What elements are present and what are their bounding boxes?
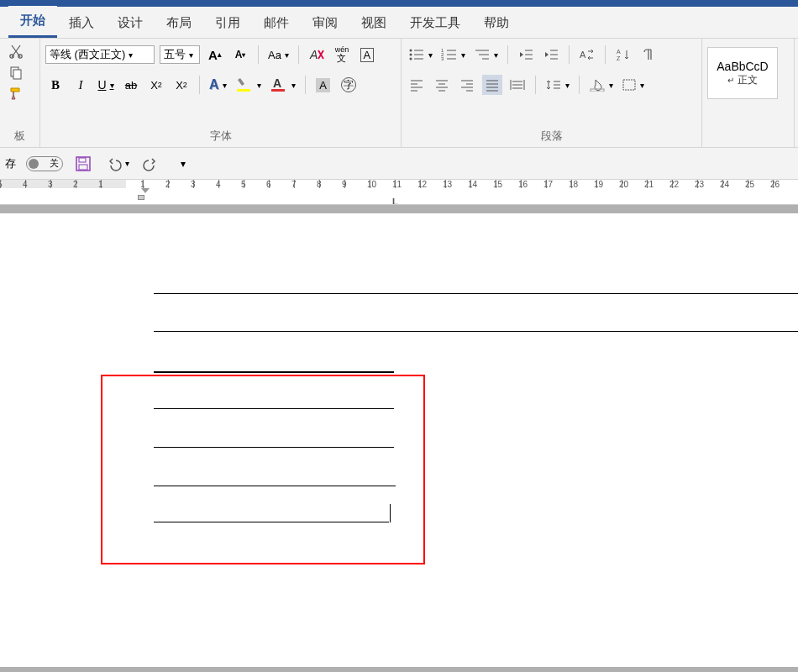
horizontal-ruler[interactable]: 5432112345678910111213141516171819202122… [0, 180, 798, 205]
svg-text:A: A [617, 49, 621, 55]
cut-button[interactable] [5, 42, 27, 60]
ruler-tick: 26 [773, 180, 798, 188]
change-case-button[interactable]: Aa▾ [266, 45, 291, 65]
tab-layout[interactable]: 布局 [155, 8, 203, 38]
font-size-dropdown[interactable]: 五号▾ [160, 45, 200, 64]
tab-help[interactable]: 帮助 [472, 8, 521, 38]
paragraph-marks-button[interactable] [638, 45, 659, 65]
align-distributed-button[interactable] [507, 75, 528, 95]
ruler-tick: 2 [168, 180, 193, 188]
strikethrough-button[interactable]: ab [121, 75, 141, 95]
underline-line [154, 293, 798, 294]
font-color-button[interactable]: A▾ [268, 75, 297, 95]
bold-button[interactable]: B [45, 75, 66, 95]
highlight-button[interactable]: ▾ [234, 75, 263, 95]
svg-text:Z: Z [617, 55, 621, 61]
grow-font-button[interactable]: A▴ [205, 45, 225, 65]
tab-mail[interactable]: 邮件 [252, 8, 301, 38]
italic-button[interactable]: I [71, 75, 91, 95]
tab-view[interactable]: 视图 [349, 8, 398, 38]
ruler-tick: 4 [25, 180, 50, 188]
align-left-button[interactable] [407, 75, 427, 95]
character-shading-button[interactable]: A [313, 75, 333, 95]
borders-button[interactable]: ▾ [620, 75, 646, 95]
autosave-toggle[interactable]: 关 [26, 156, 63, 171]
underline-line [154, 371, 394, 373]
ruler-tick: 3 [193, 180, 218, 188]
toggle-off-label: 关 [50, 157, 59, 170]
multilevel-list-button[interactable]: ▾ [472, 45, 500, 65]
redo-button[interactable] [141, 154, 161, 174]
sort-button[interactable]: AZ [613, 45, 633, 65]
tab-developer[interactable]: 开发工具 [398, 8, 472, 38]
line-spacing-button[interactable]: ▾ [543, 75, 571, 95]
tab-home[interactable]: 开始 [8, 6, 57, 38]
enclose-button[interactable]: 字 [339, 75, 359, 95]
style-normal[interactable]: AaBbCcD ↵ 正文 [707, 47, 778, 99]
page[interactable] [0, 213, 798, 667]
svg-text:3: 3 [441, 56, 444, 61]
underline-line [154, 408, 394, 409]
increase-indent-button[interactable] [541, 45, 561, 65]
tab-references[interactable]: 引用 [203, 8, 252, 38]
underline-line [154, 522, 389, 522]
font-name-dropdown[interactable]: 等线 (西文正文)▾ [45, 45, 155, 64]
chevron-down-icon: ▾ [189, 50, 193, 60]
bullets-button[interactable]: ▾ [407, 45, 434, 65]
shrink-font-button[interactable]: A▾ [230, 45, 250, 65]
separator [199, 76, 200, 94]
tab-insert[interactable]: 插入 [57, 8, 106, 38]
annotation-red-box [101, 375, 425, 564]
text-effects-button[interactable]: A▾ [207, 75, 228, 95]
document-area [0, 205, 798, 672]
shading-button[interactable]: ▾ [587, 75, 615, 95]
align-right-button[interactable] [457, 75, 477, 95]
tab-review[interactable]: 审阅 [301, 8, 349, 38]
separator [305, 76, 306, 94]
styles-group: AaBbCcD ↵ 正文 [702, 39, 795, 147]
superscript-button[interactable]: X2 [171, 75, 192, 95]
ruler-tick: 19 [596, 180, 622, 188]
svg-point-12 [410, 58, 412, 60]
underline-line [154, 331, 798, 332]
align-justify-button[interactable] [482, 75, 502, 95]
clear-formatting-button[interactable]: A [307, 45, 327, 65]
style-preview: AaBbCcD [717, 60, 768, 73]
copy-button[interactable] [5, 63, 27, 81]
autosave-label: 存 [5, 156, 16, 171]
decrease-indent-button[interactable] [516, 45, 536, 65]
ribbon: 板 等线 (西文正文)▾ 五号▾ A▴ A▾ Aa▾ A wén文 A B I … [0, 39, 798, 148]
subscript-button[interactable]: X2 [146, 75, 166, 95]
tab-stop-marker[interactable]: L [392, 197, 398, 205]
ruler-tick: 22 [672, 180, 697, 188]
save-button[interactable] [73, 154, 93, 174]
text-direction-button[interactable]: A [577, 45, 597, 65]
undo-button[interactable]: ▾ [103, 154, 131, 174]
phonetic-label2: 文 [337, 54, 346, 63]
ruler-tick: 9 [344, 180, 370, 188]
tab-design[interactable]: 设计 [106, 8, 155, 38]
numbering-button[interactable]: 123▾ [439, 45, 467, 65]
ruler-tick: 14 [470, 180, 496, 188]
format-painter-button[interactable] [5, 84, 27, 102]
quick-access-toolbar: 存 关 ▾ ▾ [0, 148, 798, 180]
ruler-tick: 3 [50, 180, 76, 188]
character-border-button[interactable]: A [357, 45, 377, 65]
underline-button[interactable]: U▾ [96, 75, 116, 95]
first-line-indent-marker[interactable] [141, 188, 150, 193]
ruler-tick: 16 [521, 180, 546, 188]
ruler-tick: 23 [697, 180, 722, 188]
svg-rect-3 [13, 70, 21, 79]
separator [605, 45, 606, 64]
ruler-tick: 1 [143, 180, 168, 188]
hanging-indent-marker[interactable] [138, 195, 144, 200]
phonetic-guide-button[interactable]: wén文 [332, 45, 352, 65]
svg-rect-58 [76, 157, 90, 171]
separator [258, 45, 259, 64]
align-center-button[interactable] [432, 75, 452, 95]
svg-rect-60 [79, 165, 87, 170]
underline-line [154, 447, 394, 448]
qat-customize-button[interactable]: ▾ [171, 154, 192, 174]
svg-rect-59 [79, 158, 86, 162]
ruler-tick: 1 [101, 180, 126, 188]
